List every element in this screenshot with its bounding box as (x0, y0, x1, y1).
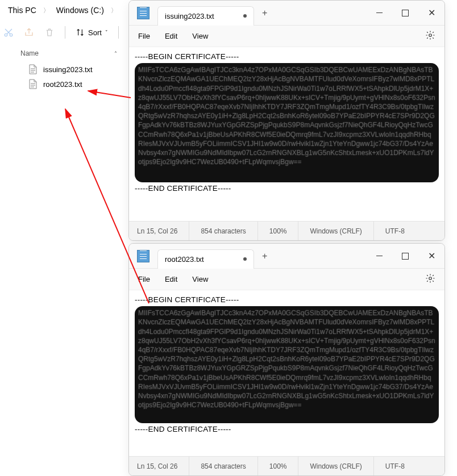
window-controls: ✕ (366, 247, 444, 266)
maximize-button[interactable] (392, 3, 418, 23)
text-file-icon (28, 79, 38, 89)
explorer-toolbar: Sort ˅ (0, 20, 125, 45)
status-zoom[interactable]: 100% (258, 222, 299, 240)
svg-point-3 (429, 277, 432, 280)
status-bar: Ln 15, Col 26 854 characters 100% Window… (129, 221, 444, 240)
notepad-window-issuing: issuing2023.txt + ✕ File Edit View -----… (128, 0, 445, 241)
text-file-icon (28, 64, 38, 74)
maximize-button[interactable] (392, 247, 418, 266)
sort-label: Sort (88, 28, 102, 37)
tab-title: issuing2023.txt (165, 12, 214, 20)
new-tab-button[interactable]: + (254, 247, 275, 266)
close-button[interactable]: ✕ (418, 3, 444, 23)
menu-file[interactable]: File (138, 275, 150, 283)
titlebar[interactable]: issuing2023.txt + ✕ (129, 1, 444, 26)
file-row-issuing[interactable]: issuing2023.txt (0, 62, 125, 77)
cert-body-redacted: MIIFsTCCA6zGgAwIBAgITJCc3knA4z7OPxMA0GCS… (135, 306, 439, 423)
breadcrumb[interactable]: This PC 〉 Windows (C:) 〉 (0, 0, 125, 20)
chevron-right-icon: 〉 (43, 6, 49, 15)
sort-button[interactable]: Sort ˅ (76, 28, 108, 37)
text-content[interactable]: -----BEGIN CERTIFICATE----- MIIFsTCCA6zG… (129, 290, 444, 456)
file-name: issuing2023.txt (43, 65, 93, 74)
menu-edit[interactable]: Edit (165, 275, 177, 283)
breadcrumb-item[interactable]: Windows (C:) (56, 6, 104, 15)
status-char-count: 854 characters (189, 457, 257, 475)
menubar: File Edit View (129, 26, 444, 47)
minimize-button[interactable] (366, 247, 392, 266)
separator (118, 26, 119, 39)
status-char-count: 854 characters (189, 222, 257, 240)
text-content[interactable]: -----BEGIN CERTIFICATE----- MIIFsTCCA6zG… (129, 47, 444, 221)
notepad-icon (137, 7, 149, 19)
close-button[interactable]: ✕ (418, 247, 444, 266)
tab-issuing[interactable]: issuing2023.txt (157, 6, 254, 26)
menubar: File Edit View (129, 269, 444, 290)
status-line-ending: Windows (CRLF) (298, 222, 373, 240)
modified-indicator-icon (243, 14, 247, 18)
status-encoding: UTF-8 (374, 222, 416, 240)
settings-button[interactable] (425, 30, 435, 42)
titlebar[interactable]: root2023.txt + ✕ (129, 244, 444, 269)
share-icon[interactable] (24, 27, 34, 37)
menu-view[interactable]: View (192, 32, 208, 40)
menu-view[interactable]: View (192, 275, 208, 283)
cert-end-marker: -----END CERTIFICATE----- (135, 183, 439, 194)
chevron-right-icon: 〉 (111, 6, 117, 15)
status-line-ending: Windows (CRLF) (298, 457, 373, 475)
gear-icon (425, 273, 435, 283)
file-explorer-pane: This PC 〉 Windows (C:) 〉 Sort ˅ Name ˄ i… (0, 0, 125, 476)
new-tab-button[interactable]: + (254, 3, 275, 23)
minimize-button[interactable] (366, 3, 392, 23)
status-encoding: UTF-8 (374, 457, 416, 475)
breadcrumb-item[interactable]: This PC (8, 6, 36, 15)
settings-button[interactable] (425, 273, 435, 285)
status-position: Ln 15, Col 26 (129, 457, 189, 475)
file-row-root[interactable]: root2023.txt (0, 77, 125, 91)
notepad-icon (137, 250, 149, 262)
tab-root[interactable]: root2023.txt (157, 249, 254, 269)
menu-file[interactable]: File (138, 32, 150, 40)
cert-end-marker: -----END CERTIFICATE----- (135, 424, 439, 435)
cut-icon[interactable] (3, 27, 14, 37)
delete-icon[interactable] (44, 27, 55, 37)
svg-point-2 (429, 34, 432, 37)
modified-indicator-icon (243, 257, 247, 261)
caret-up-icon: ˄ (114, 51, 117, 57)
notepad-window-root: root2023.txt + ✕ File Edit View -----BEG… (128, 243, 445, 476)
cert-begin-marker: -----BEGIN CERTIFICATE----- (135, 295, 439, 305)
status-position: Ln 15, Col 26 (129, 222, 189, 240)
menu-edit[interactable]: Edit (165, 32, 177, 40)
gear-icon (425, 30, 435, 40)
tab-title: root2023.txt (165, 255, 204, 264)
status-zoom[interactable]: 100% (258, 457, 299, 475)
file-name: root2023.txt (43, 80, 82, 89)
separator (65, 26, 65, 39)
column-header-label: Name (20, 49, 39, 57)
column-header-name[interactable]: Name ˄ (0, 45, 125, 62)
cert-begin-marker: -----BEGIN CERTIFICATE----- (135, 52, 439, 62)
window-controls: ✕ (366, 3, 444, 23)
cert-body-redacted: MIIFsTCCA6zGgAwIBAgITJCc3knA4z7OPxMA0GCS… (135, 63, 439, 182)
status-bar: Ln 15, Col 26 854 characters 100% Window… (129, 456, 444, 475)
